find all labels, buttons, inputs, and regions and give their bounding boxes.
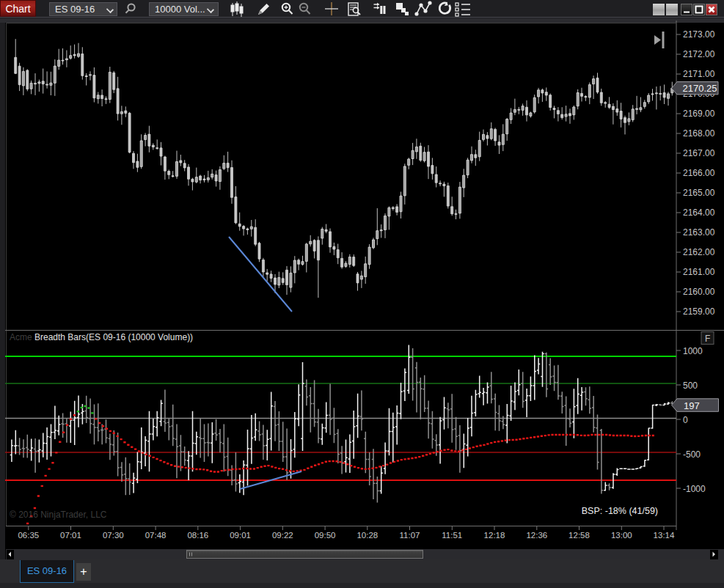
svg-text:07:30: 07:30	[103, 531, 124, 540]
svg-text:2169.00: 2169.00	[683, 109, 715, 119]
svg-text:-1000: -1000	[683, 484, 706, 494]
svg-text:F: F	[705, 334, 710, 344]
svg-text:1000: 1000	[683, 346, 703, 356]
svg-text:09:50: 09:50	[315, 531, 336, 540]
svg-text:2166.00: 2166.00	[683, 168, 715, 178]
svg-text:2162.00: 2162.00	[683, 247, 715, 257]
svg-text:09:22: 09:22	[272, 531, 293, 540]
svg-text:2161.00: 2161.00	[683, 267, 715, 277]
svg-text:2160.00: 2160.00	[683, 287, 715, 297]
svg-text:2159.00: 2159.00	[683, 306, 715, 317]
svg-text:11:51: 11:51	[442, 531, 462, 540]
svg-text:09:01: 09:01	[230, 531, 251, 540]
svg-text:BSP: -18% (41/59): BSP: -18% (41/59)	[582, 506, 658, 516]
svg-text:0: 0	[683, 415, 688, 425]
svg-text:10:28: 10:28	[356, 531, 378, 540]
svg-text:2164.00: 2164.00	[683, 207, 715, 218]
svg-text:2171.00: 2171.00	[683, 69, 715, 79]
svg-text:© 2016 NinjaTrader, LLC: © 2016 NinjaTrader, LLC	[10, 510, 107, 520]
svg-text:08:16: 08:16	[187, 531, 208, 540]
svg-text:2168.00: 2168.00	[683, 128, 715, 139]
svg-text:2167.00: 2167.00	[683, 148, 715, 158]
svg-text:13:14: 13:14	[654, 531, 675, 540]
svg-text:07:48: 07:48	[145, 531, 167, 540]
svg-text:13:00: 13:00	[611, 531, 632, 540]
svg-text:Acme: Acme	[10, 332, 32, 342]
svg-text:500: 500	[683, 381, 698, 391]
svg-text:2163.00: 2163.00	[683, 227, 715, 238]
svg-text:-500: -500	[683, 449, 701, 460]
svg-text:12:18: 12:18	[484, 531, 505, 540]
svg-text:2170.25: 2170.25	[683, 83, 717, 94]
svg-text:06:35: 06:35	[18, 531, 39, 540]
svg-text:2173.00: 2173.00	[683, 29, 715, 40]
svg-text:07:01: 07:01	[60, 531, 81, 540]
svg-text:2172.00: 2172.00	[683, 49, 715, 59]
svg-text:Breadth Bars(ES 09-16 (10000 V: Breadth Bars(ES 09-16 (10000 Volume))	[34, 332, 193, 342]
svg-text:12:58: 12:58	[568, 531, 590, 540]
svg-text:12:36: 12:36	[526, 531, 547, 540]
svg-text:197: 197	[684, 400, 700, 411]
svg-text:11:07: 11:07	[400, 531, 420, 540]
svg-text:2165.00: 2165.00	[683, 188, 715, 198]
